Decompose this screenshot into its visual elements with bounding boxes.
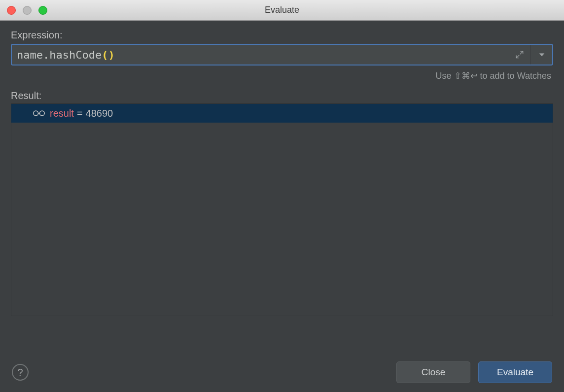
expression-token-object: name [17, 49, 43, 61]
close-button-label: Close [422, 367, 446, 378]
close-window-button[interactable] [7, 6, 16, 15]
result-panel: result = 48690 [11, 103, 553, 316]
svg-point-0 [34, 111, 38, 116]
close-button[interactable]: Close [396, 361, 470, 383]
evaluate-button[interactable]: Evaluate [478, 361, 552, 383]
expression-actions [509, 45, 552, 65]
dialog-body: Expression: name.hashCode() Use ⇧⌘↩ to a… [0, 21, 564, 316]
expression-token-rparen: ) [108, 49, 114, 61]
button-bar: ? Close Evaluate [0, 353, 564, 392]
titlebar: Evaluate [0, 0, 564, 21]
minimize-window-button[interactable] [23, 6, 32, 15]
expression-field-row: name.hashCode() [11, 44, 553, 65]
expression-token-method: hashCode [49, 49, 102, 61]
expand-icon[interactable] [509, 45, 530, 65]
result-variable-name: result [50, 108, 74, 119]
result-row[interactable]: result = 48690 [11, 104, 553, 123]
expression-token-lparen: ( [102, 49, 108, 61]
help-icon: ? [17, 367, 23, 378]
glasses-icon [32, 109, 46, 117]
add-to-watches-hint: Use ⇧⌘↩ to add to Watches [11, 70, 551, 81]
result-equals: = [77, 108, 83, 119]
expression-input[interactable]: name.hashCode() [12, 45, 509, 65]
result-value: 48690 [86, 108, 113, 119]
evaluate-button-label: Evaluate [497, 367, 533, 378]
help-button[interactable]: ? [12, 364, 29, 381]
expression-label: Expression: [11, 30, 553, 41]
window-title: Evaluate [265, 5, 299, 15]
result-label: Result: [11, 90, 553, 101]
history-dropdown-icon[interactable] [530, 45, 552, 65]
expression-token-dot: . [43, 49, 49, 61]
zoom-window-button[interactable] [38, 6, 47, 15]
svg-point-1 [39, 111, 44, 116]
window-controls [7, 6, 47, 15]
